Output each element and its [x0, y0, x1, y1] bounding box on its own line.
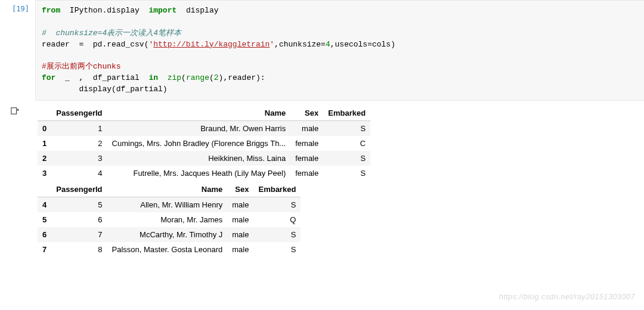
- code-editor[interactable]: from IPython.display import display # ch…: [35, 0, 644, 101]
- comment-line: #展示出前两个chunks: [42, 62, 121, 71]
- table-cell: Heikkinen, Miss. Laina: [107, 151, 291, 166]
- table-cell: S: [253, 227, 301, 242]
- code-text: ,usecols=cols): [330, 40, 395, 49]
- column-header: Name: [107, 106, 291, 121]
- builtin-range: range: [186, 73, 209, 82]
- table-cell: male: [290, 120, 323, 136]
- table-cell: Allen, Mr. William Henry: [107, 197, 228, 212]
- column-header: [38, 106, 51, 121]
- code-text: reader = pd.read_csv(: [42, 40, 148, 49]
- column-header: Embarked: [253, 182, 301, 197]
- keyword-from: from: [42, 6, 60, 15]
- table-cell: Moran, Mr. James: [107, 212, 228, 227]
- table-row: 34Futrelle, Mrs. Jacques Heath (Lily May…: [38, 166, 370, 181]
- keyword-in: in: [148, 73, 158, 82]
- import-name: display: [186, 6, 219, 15]
- table-cell: 7: [51, 227, 107, 242]
- row-index: 7: [38, 242, 51, 257]
- table-cell: S: [253, 197, 301, 212]
- table-cell: female: [290, 136, 323, 151]
- table-cell: C: [323, 136, 370, 151]
- comment-line: # chunksize=4表示一次读入4笔样本: [42, 29, 181, 38]
- table-row: 67McCarthy, Mr. Timothy JmaleS: [38, 227, 301, 242]
- svg-rect-0: [11, 108, 17, 114]
- table-cell: McCarthy, Mr. Timothy J: [107, 227, 228, 242]
- table-cell: male: [227, 242, 253, 257]
- number-literal: 4: [326, 40, 330, 49]
- row-index: 6: [38, 227, 51, 242]
- table-row: 01Braund, Mr. Owen HarrismaleS: [38, 120, 370, 136]
- url-string[interactable]: http://bit.ly/kaggletrain: [153, 40, 270, 49]
- table-cell: Futrelle, Mrs. Jacques Heath (Lily May P…: [107, 166, 291, 181]
- output-indicator-icon: [0, 103, 33, 258]
- row-index: 4: [38, 197, 51, 212]
- table-row: 78Palsson, Master. Gosta LeonardmaleS: [38, 242, 301, 257]
- table-cell: 4: [51, 166, 107, 181]
- module-name: IPython.display: [70, 6, 140, 15]
- table-cell: Cumings, Mrs. John Bradley (Florence Bri…: [107, 136, 291, 151]
- column-header: Name: [107, 182, 228, 197]
- row-index: 0: [38, 120, 51, 136]
- table-row: 45Allen, Mr. William HenrymaleS: [38, 197, 301, 212]
- watermark: https://blog.csdn.net/ray20151303007: [499, 292, 635, 301]
- row-index: 3: [38, 166, 51, 181]
- code-text: ,chunksize=: [274, 40, 326, 49]
- table-cell: S: [323, 120, 370, 136]
- row-index: 1: [38, 136, 51, 151]
- column-header: Embarked: [323, 106, 370, 121]
- table-cell: male: [227, 227, 253, 242]
- row-index: 2: [38, 151, 51, 166]
- table-cell: male: [227, 212, 253, 227]
- table-cell: S: [323, 151, 370, 166]
- output-body: PassengerIdNameSexEmbarked 01Braund, Mr.…: [33, 103, 644, 258]
- table-cell: Palsson, Master. Gosta Leonard: [107, 242, 228, 257]
- table-cell: 8: [51, 242, 107, 257]
- dataframe-table-1: PassengerIdNameSexEmbarked 01Braund, Mr.…: [38, 106, 370, 181]
- builtin-zip: zip: [168, 73, 181, 82]
- input-prompt: [19]: [2, 0, 35, 101]
- table-row: 56Moran, Mr. JamesmaleQ: [38, 212, 301, 227]
- keyword-import: import: [148, 6, 177, 15]
- column-header: [38, 182, 51, 197]
- table-cell: 5: [51, 197, 107, 212]
- table-cell: male: [227, 197, 253, 212]
- table-row: 23Heikkinen, Miss. LainafemaleS: [38, 151, 370, 166]
- column-header: PassengerId: [51, 182, 107, 197]
- dataframe-table-2: PassengerIdNameSexEmbarked 45Allen, Mr. …: [38, 182, 301, 257]
- table-cell: female: [290, 151, 323, 166]
- table-cell: 3: [51, 151, 107, 166]
- table-cell: S: [323, 166, 370, 181]
- column-header: Sex: [290, 106, 323, 121]
- table-cell: 2: [51, 136, 107, 151]
- column-header: PassengerId: [51, 106, 107, 121]
- input-cell: [19] from IPython.display import display…: [0, 0, 644, 101]
- column-header: Sex: [227, 182, 253, 197]
- table-cell: S: [253, 242, 301, 257]
- table-cell: female: [290, 166, 323, 181]
- keyword-for: for: [42, 73, 55, 82]
- output-cell: PassengerIdNameSexEmbarked 01Braund, Mr.…: [0, 103, 644, 258]
- row-index: 5: [38, 212, 51, 227]
- table-cell: 1: [51, 120, 107, 136]
- table-cell: 6: [51, 212, 107, 227]
- table-cell: Q: [253, 212, 301, 227]
- table-cell: Braund, Mr. Owen Harris: [107, 120, 291, 136]
- code-text: display(df_partial): [42, 85, 168, 94]
- table-row: 12Cumings, Mrs. John Bradley (Florence B…: [38, 136, 370, 151]
